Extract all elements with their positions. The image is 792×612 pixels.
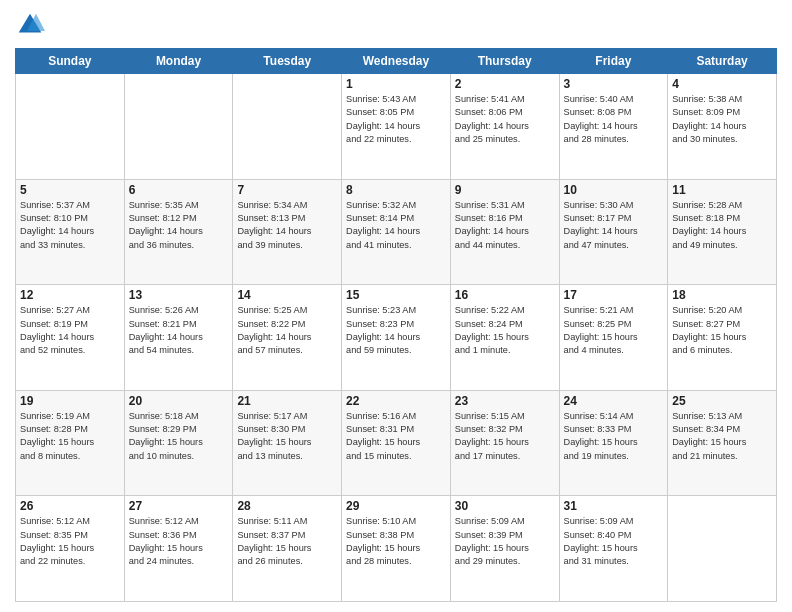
- day-number: 14: [237, 288, 337, 302]
- day-info: Sunrise: 5:17 AM Sunset: 8:30 PM Dayligh…: [237, 410, 337, 463]
- calendar-cell: 30Sunrise: 5:09 AM Sunset: 8:39 PM Dayli…: [450, 496, 559, 602]
- calendar-cell: 19Sunrise: 5:19 AM Sunset: 8:28 PM Dayli…: [16, 390, 125, 496]
- day-info: Sunrise: 5:09 AM Sunset: 8:40 PM Dayligh…: [564, 515, 664, 568]
- logo: [15, 10, 49, 40]
- day-number: 22: [346, 394, 446, 408]
- calendar-day-header: Wednesday: [342, 49, 451, 74]
- day-info: Sunrise: 5:20 AM Sunset: 8:27 PM Dayligh…: [672, 304, 772, 357]
- page: SundayMondayTuesdayWednesdayThursdayFrid…: [0, 0, 792, 612]
- calendar-cell: 28Sunrise: 5:11 AM Sunset: 8:37 PM Dayli…: [233, 496, 342, 602]
- calendar-cell: 9Sunrise: 5:31 AM Sunset: 8:16 PM Daylig…: [450, 179, 559, 285]
- calendar-cell: 12Sunrise: 5:27 AM Sunset: 8:19 PM Dayli…: [16, 285, 125, 391]
- calendar-day-header: Monday: [124, 49, 233, 74]
- day-number: 29: [346, 499, 446, 513]
- day-info: Sunrise: 5:25 AM Sunset: 8:22 PM Dayligh…: [237, 304, 337, 357]
- calendar-cell: 6Sunrise: 5:35 AM Sunset: 8:12 PM Daylig…: [124, 179, 233, 285]
- calendar-cell: 21Sunrise: 5:17 AM Sunset: 8:30 PM Dayli…: [233, 390, 342, 496]
- day-number: 9: [455, 183, 555, 197]
- calendar-cell: [16, 74, 125, 180]
- calendar-day-header: Saturday: [668, 49, 777, 74]
- day-number: 18: [672, 288, 772, 302]
- calendar-cell: 8Sunrise: 5:32 AM Sunset: 8:14 PM Daylig…: [342, 179, 451, 285]
- calendar-cell: 17Sunrise: 5:21 AM Sunset: 8:25 PM Dayli…: [559, 285, 668, 391]
- day-info: Sunrise: 5:19 AM Sunset: 8:28 PM Dayligh…: [20, 410, 120, 463]
- day-number: 19: [20, 394, 120, 408]
- calendar-week-row: 26Sunrise: 5:12 AM Sunset: 8:35 PM Dayli…: [16, 496, 777, 602]
- calendar-cell: 13Sunrise: 5:26 AM Sunset: 8:21 PM Dayli…: [124, 285, 233, 391]
- calendar-day-header: Tuesday: [233, 49, 342, 74]
- day-info: Sunrise: 5:13 AM Sunset: 8:34 PM Dayligh…: [672, 410, 772, 463]
- day-number: 25: [672, 394, 772, 408]
- calendar-cell: 24Sunrise: 5:14 AM Sunset: 8:33 PM Dayli…: [559, 390, 668, 496]
- day-info: Sunrise: 5:26 AM Sunset: 8:21 PM Dayligh…: [129, 304, 229, 357]
- day-info: Sunrise: 5:10 AM Sunset: 8:38 PM Dayligh…: [346, 515, 446, 568]
- day-number: 13: [129, 288, 229, 302]
- day-number: 26: [20, 499, 120, 513]
- day-info: Sunrise: 5:35 AM Sunset: 8:12 PM Dayligh…: [129, 199, 229, 252]
- header: [15, 10, 777, 40]
- day-info: Sunrise: 5:41 AM Sunset: 8:06 PM Dayligh…: [455, 93, 555, 146]
- day-number: 7: [237, 183, 337, 197]
- calendar-cell: 16Sunrise: 5:22 AM Sunset: 8:24 PM Dayli…: [450, 285, 559, 391]
- day-number: 15: [346, 288, 446, 302]
- day-info: Sunrise: 5:37 AM Sunset: 8:10 PM Dayligh…: [20, 199, 120, 252]
- calendar-cell: [233, 74, 342, 180]
- calendar-cell: 4Sunrise: 5:38 AM Sunset: 8:09 PM Daylig…: [668, 74, 777, 180]
- day-number: 3: [564, 77, 664, 91]
- calendar-cell: 2Sunrise: 5:41 AM Sunset: 8:06 PM Daylig…: [450, 74, 559, 180]
- calendar-cell: 3Sunrise: 5:40 AM Sunset: 8:08 PM Daylig…: [559, 74, 668, 180]
- calendar-cell: 29Sunrise: 5:10 AM Sunset: 8:38 PM Dayli…: [342, 496, 451, 602]
- calendar-week-row: 1Sunrise: 5:43 AM Sunset: 8:05 PM Daylig…: [16, 74, 777, 180]
- day-info: Sunrise: 5:15 AM Sunset: 8:32 PM Dayligh…: [455, 410, 555, 463]
- day-info: Sunrise: 5:21 AM Sunset: 8:25 PM Dayligh…: [564, 304, 664, 357]
- calendar-cell: 25Sunrise: 5:13 AM Sunset: 8:34 PM Dayli…: [668, 390, 777, 496]
- day-number: 16: [455, 288, 555, 302]
- day-info: Sunrise: 5:27 AM Sunset: 8:19 PM Dayligh…: [20, 304, 120, 357]
- day-info: Sunrise: 5:12 AM Sunset: 8:36 PM Dayligh…: [129, 515, 229, 568]
- calendar-day-header: Thursday: [450, 49, 559, 74]
- day-info: Sunrise: 5:14 AM Sunset: 8:33 PM Dayligh…: [564, 410, 664, 463]
- day-number: 10: [564, 183, 664, 197]
- day-info: Sunrise: 5:12 AM Sunset: 8:35 PM Dayligh…: [20, 515, 120, 568]
- calendar-week-row: 5Sunrise: 5:37 AM Sunset: 8:10 PM Daylig…: [16, 179, 777, 285]
- day-number: 30: [455, 499, 555, 513]
- day-info: Sunrise: 5:32 AM Sunset: 8:14 PM Dayligh…: [346, 199, 446, 252]
- day-info: Sunrise: 5:09 AM Sunset: 8:39 PM Dayligh…: [455, 515, 555, 568]
- calendar-day-header: Sunday: [16, 49, 125, 74]
- calendar-cell: 7Sunrise: 5:34 AM Sunset: 8:13 PM Daylig…: [233, 179, 342, 285]
- calendar-cell: 31Sunrise: 5:09 AM Sunset: 8:40 PM Dayli…: [559, 496, 668, 602]
- calendar-cell: [124, 74, 233, 180]
- day-info: Sunrise: 5:38 AM Sunset: 8:09 PM Dayligh…: [672, 93, 772, 146]
- calendar-cell: 10Sunrise: 5:30 AM Sunset: 8:17 PM Dayli…: [559, 179, 668, 285]
- day-number: 21: [237, 394, 337, 408]
- calendar-day-header: Friday: [559, 49, 668, 74]
- day-number: 12: [20, 288, 120, 302]
- day-number: 31: [564, 499, 664, 513]
- calendar-cell: 5Sunrise: 5:37 AM Sunset: 8:10 PM Daylig…: [16, 179, 125, 285]
- day-number: 6: [129, 183, 229, 197]
- day-info: Sunrise: 5:30 AM Sunset: 8:17 PM Dayligh…: [564, 199, 664, 252]
- day-number: 17: [564, 288, 664, 302]
- day-number: 8: [346, 183, 446, 197]
- logo-icon: [15, 10, 45, 40]
- day-number: 4: [672, 77, 772, 91]
- day-info: Sunrise: 5:31 AM Sunset: 8:16 PM Dayligh…: [455, 199, 555, 252]
- calendar-cell: 22Sunrise: 5:16 AM Sunset: 8:31 PM Dayli…: [342, 390, 451, 496]
- day-info: Sunrise: 5:16 AM Sunset: 8:31 PM Dayligh…: [346, 410, 446, 463]
- day-info: Sunrise: 5:28 AM Sunset: 8:18 PM Dayligh…: [672, 199, 772, 252]
- calendar-header-row: SundayMondayTuesdayWednesdayThursdayFrid…: [16, 49, 777, 74]
- calendar-week-row: 19Sunrise: 5:19 AM Sunset: 8:28 PM Dayli…: [16, 390, 777, 496]
- calendar-cell: 27Sunrise: 5:12 AM Sunset: 8:36 PM Dayli…: [124, 496, 233, 602]
- calendar-week-row: 12Sunrise: 5:27 AM Sunset: 8:19 PM Dayli…: [16, 285, 777, 391]
- calendar-cell: 18Sunrise: 5:20 AM Sunset: 8:27 PM Dayli…: [668, 285, 777, 391]
- calendar-cell: 20Sunrise: 5:18 AM Sunset: 8:29 PM Dayli…: [124, 390, 233, 496]
- calendar-cell: 1Sunrise: 5:43 AM Sunset: 8:05 PM Daylig…: [342, 74, 451, 180]
- calendar-cell: 14Sunrise: 5:25 AM Sunset: 8:22 PM Dayli…: [233, 285, 342, 391]
- day-number: 1: [346, 77, 446, 91]
- calendar-cell: 23Sunrise: 5:15 AM Sunset: 8:32 PM Dayli…: [450, 390, 559, 496]
- calendar-cell: 15Sunrise: 5:23 AM Sunset: 8:23 PM Dayli…: [342, 285, 451, 391]
- calendar-cell: 26Sunrise: 5:12 AM Sunset: 8:35 PM Dayli…: [16, 496, 125, 602]
- day-info: Sunrise: 5:11 AM Sunset: 8:37 PM Dayligh…: [237, 515, 337, 568]
- calendar-table: SundayMondayTuesdayWednesdayThursdayFrid…: [15, 48, 777, 602]
- calendar-cell: 11Sunrise: 5:28 AM Sunset: 8:18 PM Dayli…: [668, 179, 777, 285]
